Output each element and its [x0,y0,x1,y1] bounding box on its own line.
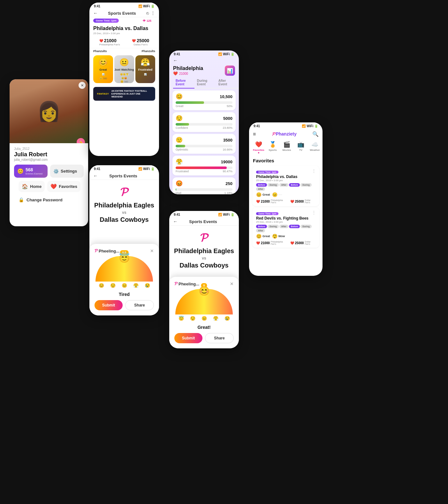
phanzults-right-label: Phanzults [141,50,155,53]
fav-great-label: Great [262,193,270,196]
mad-stat-value: 250 [225,181,232,186]
cat-favorites[interactable]: ❤️ Favorites [252,140,266,155]
change-password-button[interactable]: 🔒 Change Password [14,195,84,205]
fav-card2-phase-after1[interactable]: After [279,225,288,228]
teams2-team1: Philadelphia Eagles [174,247,234,255]
entries-count: 568 [26,167,42,172]
wheel2-emoji-1[interactable]: 😇 [178,316,184,321]
share-icon[interactable]: ⎋ [146,11,149,16]
team1-name: Philadelphia Eagles [94,202,154,209]
action-buttons2: Submit Share [174,333,234,343]
photo-overlay [10,79,88,143]
pheeling-modal: 𝓟 Pheeling... ✕ 0.5 😇 😊 😌 😐 😤 😢 Tired Su… [89,244,159,315]
search-icon[interactable]: 🔍 [312,131,319,137]
hamburger-icon[interactable]: ≡ [253,131,256,137]
share-button[interactable]: Share [125,300,154,310]
pcard-mid-emojis2: 😢😡 [114,76,134,80]
wheel-emoji-2[interactable]: 😌 [110,283,116,288]
phone-teams2: 9:41 📶 WiFi 🔋 ← Sports Events 𝓟 Philadel… [169,211,239,348]
app-brand-label: 𝓟 Phanziety [272,131,297,137]
submit2-button[interactable]: Submit [174,333,202,343]
teams2-team2: Dallas Cowboys [179,262,228,269]
stats-back-arrow[interactable]: ← [173,58,178,63]
fav-dots-label: ---- [278,193,282,196]
fav-phase-before1[interactable]: Before [256,183,267,187]
pcard-frustrated[interactable]: 😤 Frustrated 📊 [135,55,155,83]
cat-weather[interactable]: ☁️ Weather [308,140,322,155]
profile-info: Julia_2512 Julia Robert julia_robert@gma… [10,143,88,207]
close-button[interactable]: ✕ [79,82,86,89]
wheel-emoji-3[interactable]: 😐 [122,283,127,288]
favorites-nav-button[interactable]: ❤️ Favorites [47,181,80,192]
close-modal-icon[interactable]: ✕ [150,248,154,253]
fav-card2-phase-before2[interactable]: Before [289,225,300,228]
phanzults-left-label: Phanzults [93,50,107,53]
fav-card2-more-icon[interactable]: ⋮ [312,210,316,215]
ad-text: AN ENTIRE FANTASY FOOTBALL EXPERIENCE IN… [111,89,151,98]
close-modal2-icon[interactable]: ✕ [230,281,234,286]
tab-before-event[interactable]: Before Event [173,77,194,89]
more-options-icon[interactable]: ⋮ [151,11,155,16]
fav-card1-more-icon[interactable]: ⋮ [312,168,316,174]
settings-box[interactable]: ⚙️ Settings [50,165,84,178]
fav-card2-phase-before1[interactable]: Before [256,225,267,228]
optimistic-stat-name: Optimistic [176,148,188,151]
home-nav-button[interactable]: 🏠 Home [19,181,45,192]
teams2-back-arrow[interactable]: ← [173,219,178,224]
submit-button[interactable]: Submit [95,300,123,310]
mad-stat-emoji: 😡 [176,180,183,187]
time-favorites: 9:41 [254,124,260,128]
wheel2-emoji-3[interactable]: 😐 [201,316,207,321]
stat-row-top-optimistic: 🙂 3500 [176,136,232,143]
great-stat-pct: 50% [227,105,232,108]
cat-weather-label: Weather [310,149,320,151]
fav-card2-phase-after2[interactable]: After [256,229,265,232]
cat-hola[interactable]: 🌐 Hola [322,140,323,155]
status-icons-favorites: 📶 WiFi 🔋 [302,124,318,128]
back-arrow-icon[interactable]: ← [93,11,98,16]
phone-teams: 9:41 📶 WiFi 🔋 ← Sports Events 𝓟 Philadel… [89,165,159,315]
fav-phase-before2[interactable]: Before [289,183,300,187]
fav-card2-phase-during2[interactable]: During [300,225,312,228]
frustrated-stat-name: Frustrated [176,170,189,173]
confident-stat-emoji: 😌 [176,115,183,122]
event1-title: Philadelphia vs. Dallas [93,25,155,31]
cat-movies[interactable]: 🎬 Movies [280,140,294,155]
fav-phase-during2[interactable]: During [300,183,312,187]
pcard-great[interactable]: 😊 Great 📊 😊 500 [93,55,113,83]
wheel2-emoji-4[interactable]: 😤 [213,316,218,321]
stat-row-top-mad: 😡 250 [176,180,232,187]
fav-phase-during1[interactable]: During [268,183,279,187]
tab-during-event[interactable]: During Event [194,77,216,88]
watching-emoji: 😐 [114,55,134,68]
teams-back-arrow[interactable]: ← [93,173,98,178]
fav-feeling-great: 😊 Great [256,192,270,197]
wheel-emoji-4[interactable]: 😤 [133,283,139,288]
time-teams: 9:41 [94,167,100,171]
cat-tv[interactable]: 📺 TV [294,140,308,155]
watching-count: 😊 500 [114,80,134,83]
phanzults-labels: Phanzults Phanzults [89,48,159,53]
pcard-watching[interactable]: 😐 Just Watching 😊😐😤 😢😡 😊 500 [114,55,134,83]
watching-label: Just Watching [114,68,134,73]
app-logo2-icon: 𝓟 [200,231,208,244]
phanzults-cards: 😊 Great 📊 😊 500 😐 Just Watching 😊😐😤 😢😡 😊… [89,53,159,85]
status-icons-event1: 📶 WiFi 🔋 [138,4,155,8]
fav-phase-after1[interactable]: After [279,183,288,187]
tab-after-event[interactable]: After Event [216,77,235,88]
fav-card2-phase-during1[interactable]: During [268,225,279,228]
status-icons-teams: 📶 WiFi 🔋 [138,167,155,171]
cat-weather-icon: ☁️ [311,141,318,148]
time-teams2: 9:41 [174,213,180,216]
fav-phase-after2[interactable]: After [256,187,265,191]
status-bar-event1: 9:41 📶 WiFi 🔋 [89,3,159,9]
wheel2-emoji-5[interactable]: 😢 [224,316,230,321]
cat-sports[interactable]: 🏅 Sports [266,140,280,155]
profile-stats-row: 😊 568 Entries Earned ⚙️ Settings [14,165,84,178]
wheel-emojis2-row: 😇 😌 😐 😤 😢 [175,314,233,322]
wheel-emoji-5[interactable]: 😢 [145,283,150,288]
wheel2-emoji-2[interactable]: 😌 [190,316,195,321]
wheel-emoji-1[interactable]: 😊 [99,283,104,288]
entries-emoji: 😊 [17,168,24,174]
share2-button[interactable]: Share [205,333,234,343]
